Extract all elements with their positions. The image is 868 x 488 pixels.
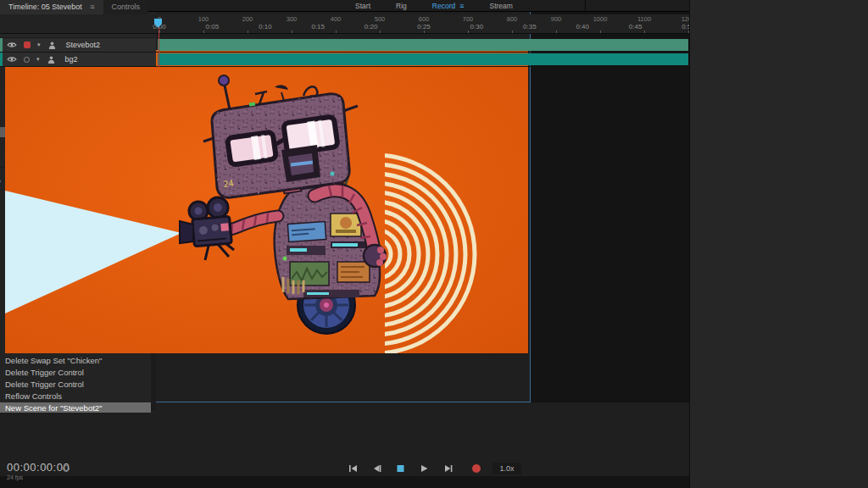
fps-label: 24 fps [7,474,23,480]
ruler-frame-tick: 600 [419,15,430,23]
ruler-frame-tick: 1000 [593,15,608,23]
ruler-time-tick: 0:05 [206,23,220,30]
ruler-tick-mark [424,30,425,33]
chevron-down-icon[interactable]: ▾ [37,42,41,48]
ruler-tick-mark [644,30,645,33]
timeline-track-row: ▾Stevebot2 [0,38,689,53]
track-color-strip [0,53,3,66]
go-to-start-button[interactable] [347,463,359,474]
history-item[interactable]: Reflow Controls [0,391,151,402]
ruler-time-tick: 0:35 [523,23,537,30]
previous-frame-button[interactable] [370,463,382,474]
ruler-frame-tick: 700 [463,15,474,23]
workspace-tab-start[interactable]: Start [355,2,370,10]
ruler-time-tick: 0:30 [470,23,484,30]
ruler-time-tick: 0:15 [311,23,325,30]
scene-canvas[interactable]: 24 [5,50,528,353]
track-clip-bar[interactable] [158,39,688,51]
ruler-tick-mark [468,30,469,33]
chevron-down-icon[interactable]: ▾ [36,56,40,63]
record-off-icon[interactable] [24,57,30,63]
svg-text:24: 24 [223,178,234,189]
ruler-tick-mark [159,30,160,33]
workspace-tab-rig[interactable]: Rig [396,2,407,10]
history-item[interactable]: Delete Trigger Control [0,379,151,391]
ruler-frame-tick: 400 [331,15,342,23]
workspace-tab-stream[interactable]: Stream [489,2,512,10]
timeline-track-row: ▾bg2 [0,53,689,67]
ruler-frame-tick: 500 [375,15,386,23]
panel-menu-icon[interactable]: ≡ [459,2,464,10]
ruler-tick-mark [203,30,204,33]
history-item[interactable]: Delete Swap Set "Chicken" [0,355,151,367]
ruler-frame-tick: 300 [287,15,298,23]
ruler-time-tick: 0:45 [629,23,643,30]
topbar-divider [585,0,586,11]
record-button[interactable] [472,464,481,473]
ruler-tick-mark [336,30,337,33]
ruler-time-tick: 0:10 [259,23,272,30]
timeline-ruler[interactable]: frames m:ss 0100200300400500600700800900… [0,14,689,34]
panel-menu-icon[interactable]: ≡ [90,3,94,11]
ruler-time-tick: 0:40 [576,23,589,30]
next-frame-button[interactable] [442,463,453,474]
ruler-tick-mark [380,30,381,33]
eye-icon[interactable] [7,56,17,63]
timeline-right-spacer [689,0,868,488]
history-item[interactable]: Delete Trigger Control [0,367,151,379]
track-name: bg2 [65,55,78,64]
puppet-icon [47,42,57,49]
track-header: ▾bg2 [0,53,156,66]
stop-button[interactable] [394,463,406,474]
tab-timeline[interactable]: Timeline: 05 Stevebot ≡ [0,0,103,14]
play-button[interactable] [418,463,430,474]
ruler-time-tick: 0:20 [364,23,378,30]
ruler-frame-tick: 1100 [637,15,651,23]
workspace-tab-record[interactable]: Record≡ [432,2,465,10]
record-arm-icon[interactable] [24,42,31,48]
ruler-frame-tick: 900 [551,15,562,23]
ruler-tick-mark [292,30,292,33]
character-animator-app: { "topbar": { "tabs": [ {"label": "Start… [0,0,868,488]
history-item[interactable]: New Scene for "Stevebot2" [0,402,151,413]
ruler-frame-tick: 800 [507,15,518,23]
track-name: Stevebot2 [66,41,101,49]
track-clip-bar[interactable] [158,53,688,65]
ruler-tick-mark [600,30,601,33]
eye-icon[interactable] [7,42,17,48]
ruler-time-tick: 0:25 [417,23,431,30]
ruler-frame-tick: 200 [242,15,253,23]
puppet-icon [47,56,56,64]
ruler-tick-mark [512,30,513,33]
ruler-frame-tick: 100 [198,15,209,23]
track-header: ▾Stevebot2 [0,38,156,52]
track-color-strip [0,38,3,52]
timeline-tab-label: Timeline: 05 Stevebot [8,3,82,11]
playback-speed[interactable]: 1.0x [492,463,520,474]
tab-controls[interactable]: Controls [103,0,149,14]
ruler-tick-mark [556,30,557,33]
ruler-tick-mark [248,30,248,33]
